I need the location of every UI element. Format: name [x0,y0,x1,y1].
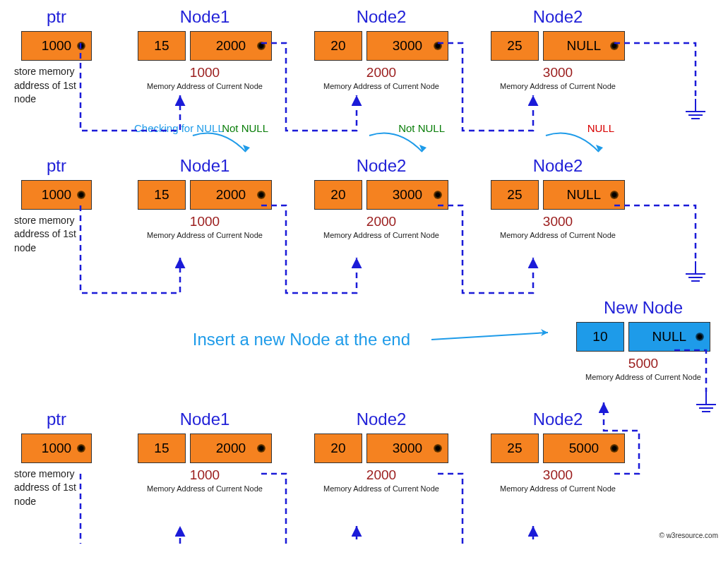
node-address: 1000 [134,65,275,80]
node-data-cell: 10 [576,322,624,352]
node-box: 10 NULL [576,322,710,352]
node-title: Node1 [134,7,275,27]
row-after-insert: ptr 1000 store memory address of 1st nod… [14,409,714,509]
node-address-caption: Memory Address of Current Node [487,484,628,493]
pointer-dot-icon [434,42,442,50]
node-address: 2000 [311,214,452,229]
ptr-title: ptr [14,156,99,176]
node-box: 20 3000 [314,180,448,210]
pointer-dot-icon [610,42,619,50]
node-next-value: 5000 [569,441,599,456]
ptr-column: ptr 1000 store memory address of 1st nod… [14,156,99,256]
node-title: New Node [573,298,714,318]
node-data-cell: 20 [314,31,362,61]
ptr-box: 1000 [21,180,92,210]
row-insert-new-node: Insert a new Node at the end New Node 10… [14,298,714,381]
node-box: 20 3000 [314,434,448,463]
node-next-cell: 2000 [190,180,272,210]
node-box: 15 2000 [138,434,272,463]
node-next-cell: NULL [543,180,625,210]
node-title: Node2 [311,7,452,27]
node-next-cell: 2000 [190,434,272,463]
node-title: Node2 [487,156,628,176]
node2: Not NULL Node2 20 3000 2000 Memory Addre… [311,156,452,239]
node-box: 25 NULL [491,31,625,61]
curve-arrow-icon [542,132,606,157]
pointer-dot-icon [434,191,442,199]
node3: NULL Node2 25 NULL 3000 Memory Address o… [487,156,628,239]
node-address-caption: Memory Address of Current Node [311,231,452,239]
node-address: 3000 [487,467,628,483]
pointer-dot-icon [257,444,265,453]
ptr-caption: store memory address of 1st node [14,214,99,256]
node-address-caption: Memory Address of Current Node [487,231,628,239]
pointer-dot-icon [77,444,85,453]
node-data-cell: 15 [138,434,186,463]
ptr-title: ptr [14,7,99,27]
row-initial-list: ptr 1000 store memory address of 1st nod… [14,7,714,107]
pointer-dot-icon [257,42,265,50]
node-box: 15 2000 [138,180,272,210]
node1: Checking for NULL Not NULL Node1 15 2000… [134,156,275,239]
ptr-box: 1000 [21,434,92,463]
curve-arrow-icon [366,132,429,157]
ptr-title: ptr [14,409,99,429]
ptr-caption: store memory address of 1st node [14,467,99,509]
node-address-caption: Memory Address of Current Node [134,484,275,493]
node-title: Node2 [311,156,452,176]
node-address: 1000 [134,214,275,229]
node-next-value: 3000 [393,187,422,203]
node-address: 3000 [487,65,628,80]
svg-line-0 [431,333,548,340]
node-next-cell: 5000 [543,434,625,463]
ptr-value: 1000 [42,441,71,456]
node-address-caption: Memory Address of Current Node [573,373,714,381]
ptr-box: 1000 [21,31,92,61]
pointer-dot-icon [77,191,85,199]
node-next-cell: 2000 [190,31,272,61]
node-next-cell: NULL [628,322,710,352]
node-box: 25 5000 [491,434,625,463]
node-data-cell: 15 [138,31,186,61]
watermark: © w3resource.com [659,532,718,539]
node-next-value: 3000 [393,38,422,54]
node-box: 25 NULL [491,180,625,210]
insert-label: Insert a new Node at the end [193,330,410,349]
node-address: 5000 [573,356,714,371]
node-next-value: NULL [652,329,687,345]
node-next-value: 2000 [216,187,246,203]
pointer-dot-icon [77,42,85,50]
pointer-dot-icon [257,191,265,199]
node1: Node1 15 2000 1000 Memory Address of Cur… [134,7,275,90]
node-address: 1000 [134,467,275,483]
pointer-dot-icon [610,191,619,199]
node-address-caption: Memory Address of Current Node [134,82,275,90]
node-data-cell: 20 [314,180,362,210]
node1: Node1 15 2000 1000 Memory Address of Cur… [134,409,275,493]
node-box: 15 2000 [138,31,272,61]
new-node: New Node 10 NULL 5000 Memory Address of … [573,298,714,381]
node-title: Node2 [487,7,628,27]
node-next-cell: NULL [543,31,625,61]
node-data-cell: 15 [138,180,186,210]
ptr-caption: store memory address of 1st node [14,65,99,107]
pointer-dot-icon [696,333,704,341]
node-address: 3000 [487,214,628,229]
node-next-cell: 3000 [366,31,448,61]
node-next-value: NULL [567,187,602,203]
node-address: 2000 [311,65,452,80]
node-box: 20 3000 [314,31,448,61]
node-title: Node1 [134,156,275,176]
node3: Node2 25 5000 3000 Memory Address of Cur… [487,409,628,493]
node-title: Node1 [134,409,275,429]
node-address-caption: Memory Address of Current Node [487,82,628,90]
node-next-value: 2000 [216,441,246,456]
pointer-dot-icon [434,444,442,453]
node-address: 2000 [311,467,452,483]
ptr-value: 1000 [42,187,71,203]
node-next-value: 3000 [393,441,422,456]
curve-arrow-icon [189,132,253,157]
node-next-value: NULL [567,38,602,54]
node-next-cell: 3000 [366,434,448,463]
ptr-column: ptr 1000 store memory address of 1st nod… [14,409,99,509]
